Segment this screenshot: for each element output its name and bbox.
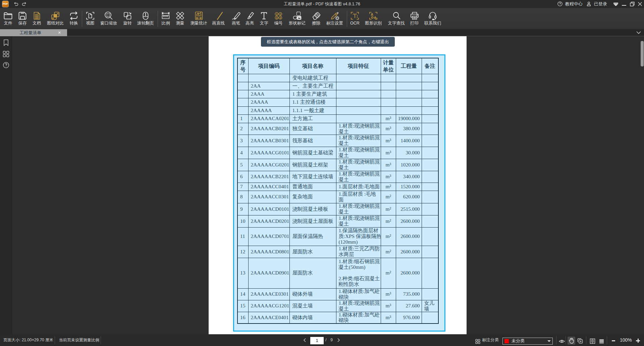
svg-text:B: B xyxy=(52,17,54,19)
svg-text:1: 1 xyxy=(276,13,277,16)
svg-text:2: 2 xyxy=(280,13,281,16)
svg-text:A: A xyxy=(371,12,373,16)
svg-text:3: 3 xyxy=(276,16,277,19)
svg-text:A: A xyxy=(57,12,58,15)
